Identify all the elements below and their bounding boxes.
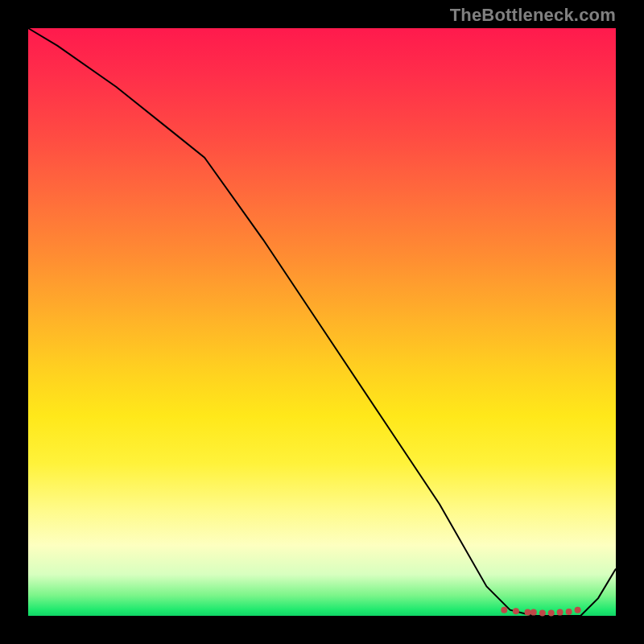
chart-gradient-background: [28, 28, 616, 616]
chart-frame: TheBottleneck.com: [0, 0, 644, 644]
watermark-text: TheBottleneck.com: [450, 5, 616, 26]
